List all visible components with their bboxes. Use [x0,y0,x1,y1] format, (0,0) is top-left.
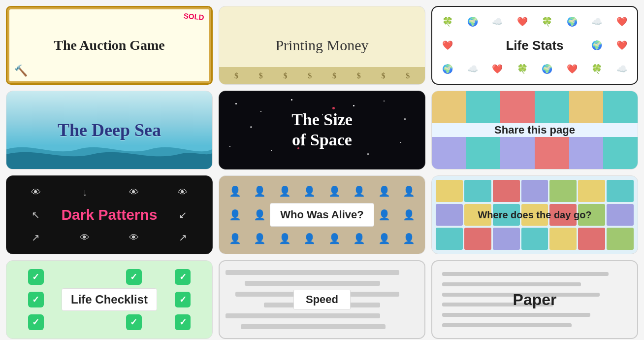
speed-title: Speed [293,290,351,309]
dollar-2: $ [259,71,263,80]
dollar-1: $ [234,71,238,80]
dollar-4: $ [308,71,312,80]
card-printing[interactable]: Printing Money $ $ $ $ $ $ $ $ [219,6,425,85]
card-alive[interactable]: 👤 👤 👤 👤 👤 👤 👤 👤 👤 👤 👤 👤 👤 👤 👤 👤 👤 👤 👤 👤 … [219,175,425,254]
checklist-title: Life Checklist [62,288,157,311]
deepsea-title: The Deep Sea [58,120,161,140]
card-dark[interactable]: 👁 ↓ 👁 👁 ↖ ↙ ↗ 👁 👁 ↗ Dark Patterns [6,175,213,254]
dollar-6: $ [357,71,361,80]
dollar-5: $ [332,71,336,80]
dollar-7: $ [381,71,385,80]
auction-title: The Auction Game [54,37,165,54]
card-speed[interactable]: Speed [219,260,425,339]
card-paper[interactable]: Paper [431,260,638,339]
dollar-3: $ [283,71,287,80]
space-title: The Sizeof Space [291,110,353,150]
card-auction[interactable]: The Auction Game SOLD 🔨 [6,6,213,85]
card-day[interactable]: Where does the day go? [431,175,638,254]
dollar-8: $ [406,71,410,80]
card-lifestats[interactable]: 🍀 🌍 ☁️ ❤️ 🍀 🌍 ☁️ ❤️ ❤️ 🌍 ❤️ 🌍 ☁️ ❤️ 🍀 🌍 … [431,6,638,85]
share-title: Share this page [494,124,575,136]
printing-title: Printing Money [275,37,368,54]
card-space[interactable]: The Sizeof Space [219,91,425,170]
wave-container [6,139,212,169]
lifestats-title: Life Stats [506,38,563,53]
darkpatterns-title: Dark Patterns [61,206,157,223]
card-share[interactable]: Share this page [431,91,638,170]
daygo-title: Where does the day go? [478,209,591,221]
hammer-icon: 🔨 [14,65,28,77]
money-strip: $ $ $ $ $ $ $ $ [219,67,425,84]
color-blocks-bottom [432,137,638,169]
sold-badge: SOLD [184,11,205,22]
card-checklist[interactable]: ✓ ✓ ✓ ✓ ✓ ✓ ✓ ✓ Life Checklist [6,260,213,339]
alive-title: Who Was Alive? [270,203,374,227]
paper-title: Paper [513,291,557,309]
card-deepsea[interactable]: The Deep Sea [6,91,213,170]
card-grid: The Auction Game SOLD 🔨 Printing Money $… [6,6,638,339]
color-blocks-top [432,91,638,123]
